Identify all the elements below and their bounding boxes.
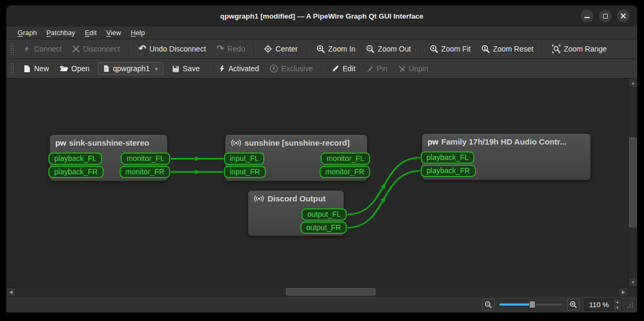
titlebar[interactable]: qpwgraph1 [modified] — A PipeWire Graph … xyxy=(6,5,637,27)
zoom-out-button[interactable]: Zoom Out xyxy=(362,42,415,56)
zoom-in-icon xyxy=(316,45,325,53)
zoom-fit-button[interactable]: Zoom Fit xyxy=(425,42,475,56)
menu-patchbay[interactable]: Patchbay xyxy=(41,28,80,38)
toolbar-separator xyxy=(322,63,322,74)
activated-button[interactable]: Activated xyxy=(214,62,264,75)
scroll-right-icon: ▶ xyxy=(622,290,625,294)
zoom-out-icon xyxy=(366,45,374,53)
toolbar-drag-handle[interactable] xyxy=(10,43,14,55)
connection-arrow-icon xyxy=(195,156,201,161)
horizontal-scrollbar-thumb[interactable] xyxy=(286,288,375,295)
pin-button[interactable]: Pin xyxy=(362,62,391,75)
disconnect-icon xyxy=(72,45,80,53)
zoom-reset-button[interactable]: 1 Zoom Reset xyxy=(477,42,538,56)
minimize-button[interactable] xyxy=(581,10,593,22)
zoom-spinbox-steppers: ▲ ▼ xyxy=(613,299,621,310)
input-port-playback_FR[interactable]: playback_FR xyxy=(421,165,476,177)
pipewire-icon: pw xyxy=(428,137,438,146)
output-port-output_FL[interactable]: output_FL xyxy=(302,208,347,221)
scroll-down-button[interactable]: ▼ xyxy=(629,278,637,287)
edit-pencil-icon xyxy=(331,65,339,73)
undo-button[interactable]: ↶ Undo Disconnect xyxy=(134,42,210,56)
menu-graph[interactable]: Graph xyxy=(13,28,41,38)
toolbar-file: New Open qpwgraph1 ▾ Save Activated Excl… xyxy=(6,59,637,79)
spin-down-button[interactable]: ▼ xyxy=(614,305,621,310)
scroll-left-button[interactable]: ◀ xyxy=(6,288,15,297)
zoom-in-button[interactable]: Zoom In xyxy=(312,42,359,56)
node-title: Discord Output xyxy=(248,191,344,206)
output-port-output_FR[interactable]: output_FR xyxy=(300,222,347,234)
graph-canvas[interactable]: pwsink-sunshine-stereoplayback_FLplaybac… xyxy=(6,79,628,287)
canvas-row: pwsink-sunshine-stereoplayback_FLplaybac… xyxy=(6,79,637,287)
menu-help[interactable]: Help xyxy=(126,28,150,38)
open-folder-icon xyxy=(60,64,68,73)
unpin-button[interactable]: Unpin xyxy=(394,62,433,75)
vertical-scrollbar[interactable]: ▲ ▼ xyxy=(628,79,637,287)
center-button[interactable]: Center xyxy=(260,42,302,56)
menu-edit[interactable]: Edit xyxy=(80,28,101,38)
scroll-right-button[interactable]: ▶ xyxy=(619,288,628,297)
menu-graph-label: G xyxy=(18,29,23,37)
toolbar-separator xyxy=(542,43,543,55)
connection-arrow-icon xyxy=(381,195,388,202)
menu-edit-label: E xyxy=(85,29,89,37)
toolbar-drag-handle[interactable] xyxy=(10,63,14,74)
close-button[interactable] xyxy=(617,10,630,22)
output-port-monitor_FR[interactable]: monitor_FR xyxy=(120,166,170,178)
vertical-scrollbar-thumb[interactable] xyxy=(629,138,637,227)
close-icon xyxy=(620,13,626,19)
input-port-input_FR[interactable]: input_FR xyxy=(224,166,266,178)
output-port-monitor_FL[interactable]: monitor_FL xyxy=(121,153,170,165)
zoom-slider[interactable] xyxy=(499,299,562,310)
zoom-range-button[interactable]: Zoom Range xyxy=(548,42,611,56)
disconnect-button[interactable]: Disconnect xyxy=(68,42,124,56)
menubar: Graph Patchbay Edit View Help xyxy=(6,27,637,39)
output-port-monitor_FR[interactable]: monitor_FR xyxy=(320,166,370,178)
zoom-in-small-icon xyxy=(570,301,577,308)
new-button[interactable]: New xyxy=(19,62,53,75)
node-title-text: Discord Output xyxy=(267,194,325,203)
save-button[interactable]: Save xyxy=(168,62,204,75)
exclusive-bolt-icon xyxy=(270,64,278,73)
pin-icon xyxy=(366,65,373,72)
connection-arrow-icon xyxy=(381,182,388,189)
input-port-playback_FL[interactable]: playback_FL xyxy=(48,153,102,165)
scroll-up-icon: ▲ xyxy=(631,81,635,86)
input-port-playback_FR[interactable]: playback_FR xyxy=(48,166,104,178)
exclusive-button[interactable]: Exclusive xyxy=(265,62,317,75)
app-window: qpwgraph1 [modified] — A PipeWire Graph … xyxy=(6,5,637,312)
status-zoom-in-button[interactable] xyxy=(567,299,580,310)
scroll-left-icon: ◀ xyxy=(9,290,12,294)
stream-icon xyxy=(254,195,264,202)
redo-button[interactable]: ↷ Redo xyxy=(212,42,249,56)
center-icon xyxy=(264,45,272,53)
maximize-button[interactable] xyxy=(599,10,612,22)
edit-button[interactable]: Edit xyxy=(327,62,359,75)
maximize-icon xyxy=(603,14,608,19)
zoom-slider-fill xyxy=(499,303,533,306)
horizontal-scrollbar[interactable]: ◀ ▶ xyxy=(6,287,637,296)
statusbar: 110 % ▲ ▼ xyxy=(6,296,637,312)
status-zoom-out-button[interactable] xyxy=(482,299,495,310)
spin-up-button[interactable]: ▲ xyxy=(614,299,621,305)
node-title-text: Family 17h/19h HD Audio Contr... xyxy=(441,137,566,146)
connect-button[interactable]: Connect xyxy=(19,42,66,56)
resize-grip[interactable] xyxy=(626,301,633,308)
session-combobox[interactable]: qpwgraph1 ▾ xyxy=(98,62,163,75)
open-button[interactable]: Open xyxy=(55,62,94,75)
stream-icon xyxy=(231,139,241,147)
input-port-input_FL[interactable]: input_FL xyxy=(224,153,264,165)
menu-view[interactable]: View xyxy=(102,28,126,38)
horizontal-scrollbar-track[interactable] xyxy=(15,288,619,296)
output-port-monitor_FL[interactable]: monitor_FL xyxy=(321,153,370,165)
scroll-up-button[interactable]: ▲ xyxy=(629,79,637,88)
window-controls xyxy=(581,10,630,22)
input-port-playback_FL[interactable]: playback_FL xyxy=(421,151,474,164)
undo-icon: ↶ xyxy=(138,45,146,53)
session-combobox-value: qpwgraph1 xyxy=(113,64,149,73)
node-title-text: sink-sunshine-stereo xyxy=(69,138,149,147)
vertical-scrollbar-track[interactable] xyxy=(629,88,637,278)
zoom-slider-handle[interactable] xyxy=(529,301,536,308)
toolbar-separator xyxy=(209,63,210,74)
zoom-spinbox[interactable]: 110 % ▲ ▼ xyxy=(584,299,622,311)
